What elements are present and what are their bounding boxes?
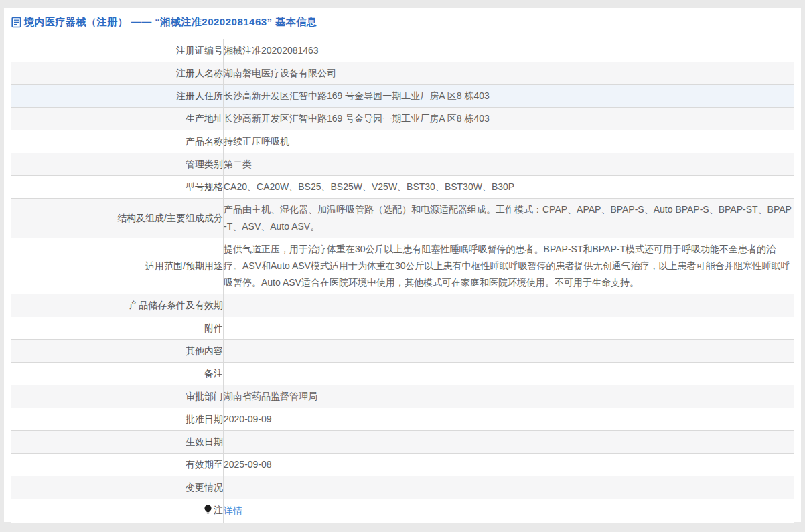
field-label: 注册人名称	[11, 62, 224, 85]
page-title: 境内医疗器械（注册） —— “湘械注准20202081463” 基本信息	[24, 15, 317, 29]
field-label: 产品名称	[11, 130, 224, 153]
details-link[interactable]: 详情	[224, 505, 242, 516]
table-row: 注册人住所 长沙高新开发区汇智中路169 号金导园一期工业厂房A 区8 栋403	[11, 85, 794, 108]
field-value	[224, 476, 794, 499]
field-label: 变更情况	[11, 476, 224, 499]
field-label: 产品储存条件及有效期	[11, 294, 224, 317]
table-row: 备注	[11, 363, 794, 385]
table-row: 适用范围/预期用途 提供气道正压，用于治疗体重在30公斤以上患有阻塞性睡眠呼吸暂…	[11, 238, 794, 294]
table-row: 管理类别 第二类	[11, 153, 794, 176]
table-row: 型号规格 CA20、CA20W、BS25、BS25W、V25W、BST30、BS…	[11, 176, 794, 199]
field-label: 有效期至	[11, 454, 224, 476]
field-label: 适用范围/预期用途	[11, 238, 224, 294]
table-row: 其他内容	[11, 340, 794, 363]
field-label: 注册人住所	[11, 85, 224, 108]
field-label: 注	[11, 499, 224, 523]
bulb-icon	[204, 503, 212, 520]
field-value	[224, 294, 794, 317]
field-value: 详情	[224, 499, 794, 523]
field-value: 湖南省药品监督管理局	[224, 385, 794, 408]
table-row: 注册证编号 湘械注准20202081463	[11, 39, 794, 62]
table-row: 有效期至 2025-09-08	[11, 454, 794, 476]
document-icon	[11, 17, 21, 28]
registration-info-table: 注册证编号 湘械注准20202081463 注册人名称 湖南磐电医疗设备有限公司…	[11, 39, 794, 523]
field-label: 注册证编号	[11, 39, 224, 62]
field-label: 型号规格	[11, 176, 224, 199]
table-row: 生产地址 长沙高新开发区汇智中路169 号金导园一期工业厂房A 区8 栋403	[11, 108, 794, 130]
field-label: 批准日期	[11, 408, 224, 431]
field-label: 管理类别	[11, 153, 224, 176]
table-body: 注册证编号 湘械注准20202081463 注册人名称 湖南磐电医疗设备有限公司…	[11, 39, 794, 523]
table-row: 批准日期 2020-09-09	[11, 408, 794, 431]
field-label: 备注	[11, 363, 224, 385]
field-value: 湖南磐电医疗设备有限公司	[224, 62, 794, 85]
table-row: 附件	[11, 317, 794, 340]
field-value: 第二类	[224, 153, 794, 176]
field-value: 2025-09-08	[224, 454, 794, 476]
table-row: 注册人名称 湖南磐电医疗设备有限公司	[11, 62, 794, 85]
table-row: 变更情况	[11, 476, 794, 499]
field-value: 长沙高新开发区汇智中路169 号金导园一期工业厂房A 区8 栋403	[224, 85, 794, 108]
table-row: 产品储存条件及有效期	[11, 294, 794, 317]
field-value: CA20、CA20W、BS25、BS25W、V25W、BST30、BST30W、…	[224, 176, 794, 199]
table-row: 审批部门 湖南省药品监督管理局	[11, 385, 794, 408]
table-row: 生效日期	[11, 431, 794, 454]
field-label: 生效日期	[11, 431, 224, 454]
content-panel: 境内医疗器械（注册） —— “湘械注准20202081463” 基本信息 注册证…	[4, 8, 801, 522]
page-header: 境内医疗器械（注册） —— “湘械注准20202081463” 基本信息	[4, 8, 801, 39]
field-label: 结构及组成/主要组成成分	[11, 199, 224, 238]
field-value	[224, 431, 794, 454]
table-row: 产品名称 持续正压呼吸机	[11, 130, 794, 153]
field-value	[224, 363, 794, 385]
field-value: 持续正压呼吸机	[224, 130, 794, 153]
field-label: 其他内容	[11, 340, 224, 363]
table-row: 注 详情	[11, 499, 794, 523]
field-label: 生产地址	[11, 108, 224, 130]
field-value	[224, 317, 794, 340]
field-value: 湘械注准20202081463	[224, 39, 794, 62]
field-value: 提供气道正压，用于治疗体重在30公斤以上患有阻塞性睡眠呼吸暂停的患者。BPAP-…	[224, 238, 794, 294]
field-label: 审批部门	[11, 385, 224, 408]
field-value	[224, 340, 794, 363]
table-row: 结构及组成/主要组成成分 产品由主机、湿化器、加温呼吸管路（选配）和电源适配器组…	[11, 199, 794, 238]
field-label: 附件	[11, 317, 224, 340]
field-value: 产品由主机、湿化器、加温呼吸管路（选配）和电源适配器组成。工作模式：CPAP、A…	[224, 199, 794, 238]
field-value: 2020-09-09	[224, 408, 794, 431]
field-value: 长沙高新开发区汇智中路169 号金导园一期工业厂房A 区8 栋403	[224, 108, 794, 130]
